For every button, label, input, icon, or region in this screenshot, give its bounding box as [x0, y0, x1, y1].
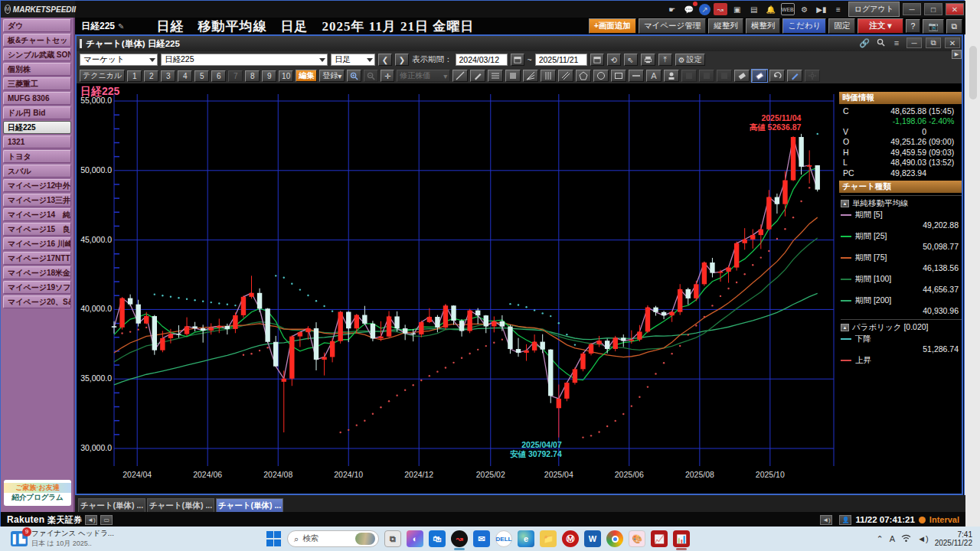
volume-tray-icon[interactable]: ◄) [917, 534, 929, 543]
panel-collapse-button[interactable]: ▶ [952, 50, 962, 59]
sidebar-item-6[interactable]: MUFG 8306 [3, 92, 71, 105]
technical-preset-1[interactable]: 1 [127, 70, 142, 82]
sidebar-item-8[interactable]: 日経225 [3, 121, 71, 134]
order-button[interactable]: 注文 ▾ [858, 18, 903, 34]
crosshair-button[interactable]: ✛ [381, 70, 394, 82]
volume-icon[interactable]: ◄) [820, 515, 832, 525]
group-tool-2[interactable] [699, 70, 714, 82]
user-icon[interactable]: 👤 [839, 515, 851, 525]
media-icon[interactable]: ▶▮ [815, 3, 828, 15]
sidebar-item-10[interactable]: トヨタ [3, 150, 71, 163]
sidebar-item-1[interactable]: ダウ [3, 19, 71, 32]
help-button[interactable]: ? [906, 19, 921, 33]
group-tool-1[interactable] [681, 70, 697, 82]
calendar-from-icon[interactable] [511, 54, 524, 66]
sound-toggle-icon[interactable]: ◄) [85, 515, 97, 525]
sidebar-item-15[interactable]: マイページ15 良品計 [3, 223, 71, 236]
technical-preset-8[interactable]: 8 [245, 70, 260, 82]
chart-plot-area[interactable]: 日経225 2024/042024/062024/082024/102024/1… [77, 83, 838, 494]
chat-icon[interactable]: 💬 [682, 3, 696, 15]
maximize-button[interactable]: □ [924, 3, 942, 15]
edit-pencil-icon[interactable]: ✎ [118, 22, 124, 31]
pentagon-tool[interactable] [576, 70, 591, 82]
sidebar-item-4[interactable]: 個別株 [3, 63, 71, 76]
undo-tool[interactable] [769, 70, 785, 82]
next-button[interactable]: ❯ [395, 54, 409, 66]
pointer-tool-icon[interactable]: ☛ [665, 3, 679, 15]
copilot-icon[interactable]: ◐ [407, 530, 423, 547]
technical-preset-5[interactable]: 5 [194, 70, 209, 82]
edge-icon[interactable]: e [518, 530, 534, 547]
save-button[interactable]: ⤒ [658, 54, 672, 66]
chart-tab-3[interactable]: チャート(単体) ... [216, 498, 283, 512]
collapse-toggle-icon[interactable]: ▲ [841, 324, 849, 331]
window-menu-icon[interactable]: ≡ [890, 38, 903, 47]
marketspeed-taskbar-icon[interactable]: ↝ [451, 530, 468, 547]
print-button[interactable] [641, 54, 655, 66]
symbol-dropdown[interactable]: 日経225 [161, 54, 328, 66]
mcafee-icon[interactable]: Ⓜ [562, 530, 579, 547]
chrome-icon[interactable] [606, 530, 623, 547]
add-screen-button[interactable]: +画面追加 [589, 18, 636, 34]
task-view-icon[interactable]: ⧉ [384, 530, 401, 547]
close-button[interactable]: ✕ [946, 3, 964, 15]
technical-preset-4[interactable]: 4 [178, 70, 192, 82]
edit-button[interactable]: 編集 [296, 70, 317, 82]
group-tool-3[interactable] [717, 70, 732, 82]
chart-minimize-button[interactable]: ─ [906, 37, 922, 48]
sidebar-item-7[interactable]: ドル円 Bid [3, 106, 71, 119]
start-button[interactable] [266, 531, 282, 546]
layout-toggle-icon[interactable]: ▭ [100, 515, 113, 525]
date-from-input[interactable]: 2024/03/12 [456, 54, 508, 66]
taskbar-search[interactable]: ⌕ 検索 [287, 530, 379, 547]
technical-preset-2[interactable]: 2 [144, 70, 158, 82]
kodawari-button[interactable]: こだわり [782, 18, 826, 34]
technical-preset-7[interactable]: 7 [228, 70, 243, 82]
background-scrollbar[interactable] [969, 46, 977, 99]
gears-icon[interactable]: ⚙ [798, 3, 812, 15]
draw-mode-tool[interactable] [787, 70, 802, 82]
cascade-button[interactable]: ⧉ [946, 19, 963, 34]
vertical-lines-tool[interactable] [541, 70, 556, 82]
sidebar-item-9[interactable]: 1321 [3, 135, 71, 148]
cursor-tool-button[interactable]: ⇖ [624, 54, 638, 66]
sidebar-item-14[interactable]: マイページ14 純金1 [3, 208, 71, 221]
prev-button[interactable]: ❮ [378, 54, 392, 66]
technical-preset-3[interactable]: 3 [161, 70, 175, 82]
circle-tool[interactable] [593, 70, 609, 82]
zoom-in-button[interactable] [347, 70, 361, 82]
horizontal-align-button[interactable]: 横整列 [746, 18, 781, 34]
eraser-tool[interactable] [734, 70, 750, 82]
zoom-out-button[interactable] [364, 70, 378, 82]
ms-store-icon[interactable]: 🛍 [429, 530, 446, 547]
technical-preset-6[interactable]: 6 [211, 70, 226, 82]
technical-button[interactable]: テクニカル [80, 70, 125, 82]
dell-icon[interactable]: DELL [495, 530, 512, 547]
logout-button[interactable]: ログアウト [848, 2, 900, 17]
web-icon[interactable]: WEB [781, 3, 795, 15]
sidebar-item-19[interactable]: マイページ19ソフトバン [3, 281, 71, 294]
settings-button[interactable]: ⚙ 設定 [675, 54, 705, 66]
referral-banner[interactable]: ご家族·お友達紹介プログラム [4, 480, 71, 506]
taskbar-widget[interactable]: ▌▙9 ファイナンス ヘッドラ... 日本 は 10月 2025.. [11, 529, 164, 549]
text-tool[interactable]: A [646, 70, 662, 82]
date-to-input[interactable]: 2025/11/21 [535, 54, 587, 66]
bell-icon[interactable]: 🔔 [764, 3, 778, 15]
filled-box-tool[interactable] [505, 70, 521, 82]
period-dropdown[interactable]: 日足 [331, 54, 375, 66]
sidebar-item-2[interactable]: 板&チャートセット [3, 34, 71, 47]
chart-close-button[interactable]: ✕ [945, 37, 960, 48]
sidebar-item-18[interactable]: マイページ18米金先物 [3, 266, 71, 279]
sidebar-item-11[interactable]: スバル [3, 165, 71, 178]
tool-settings[interactable] [805, 70, 820, 82]
trading-app-icon[interactable]: 📈 [651, 530, 668, 547]
stamp-tool[interactable] [664, 70, 679, 82]
sidebar-item-13[interactable]: マイページ13三井E&S [3, 194, 71, 207]
mypage-manage-button[interactable]: マイページ管理 [639, 18, 706, 34]
news-icon[interactable]: ▤ [747, 3, 761, 15]
sidebar-item-5[interactable]: 三菱重工 [3, 77, 71, 90]
fan-lines-tool[interactable] [523, 70, 538, 82]
paint-icon[interactable]: 🎨 [629, 530, 645, 547]
rectangle-tool[interactable] [611, 70, 626, 82]
search-icon[interactable] [874, 38, 887, 48]
